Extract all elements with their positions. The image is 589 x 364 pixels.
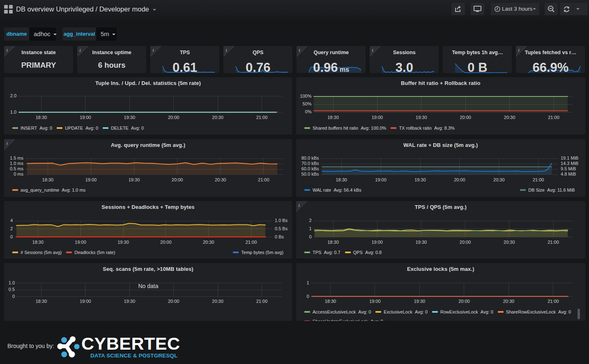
svg-text:DATA SCIENCE & POSTGRESQL: DATA SCIENCE & POSTGRESQL bbox=[90, 353, 177, 359]
svg-text:CYBERTEC: CYBERTEC bbox=[81, 334, 180, 353]
